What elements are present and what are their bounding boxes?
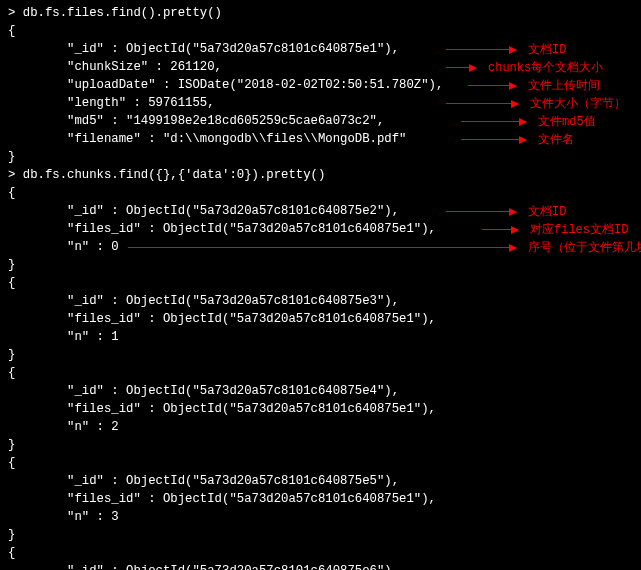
- brace-open: {: [8, 454, 633, 472]
- annot-doc-id: 文档ID: [528, 41, 566, 59]
- annot-upload: 文件上传时间: [528, 77, 600, 95]
- chunk-id: "_id" : ObjectId("5a73d20a57c8101c640875…: [8, 472, 633, 490]
- arrow-icon: [446, 103, 518, 104]
- arrow-icon: [446, 49, 516, 50]
- chunk-id: "_id" : ObjectId("5a73d20a57c8101c640875…: [8, 382, 633, 400]
- annot-n: 序号（位于文件第几块）: [528, 239, 641, 257]
- brace-close: }: [8, 436, 633, 454]
- annot-chunk-id: 文档ID: [528, 203, 566, 221]
- file-length-line: "length" : 59761155,文件大小（字节）: [8, 94, 633, 112]
- brace-close: }: [8, 256, 633, 274]
- annot-filesid: 对应files文档ID: [530, 221, 628, 239]
- brace-close: }: [8, 526, 633, 544]
- chunk-id: "_id" : ObjectId("5a73d20a57c8101c640875…: [8, 562, 633, 570]
- brace-open: {: [8, 274, 633, 292]
- arrow-icon: [128, 247, 516, 248]
- chunk0-id: "_id" : ObjectId("5a73d20a57c8101c640875…: [8, 202, 633, 220]
- brace-open: {: [8, 544, 633, 562]
- chunk-filesid: "files_id" : ObjectId("5a73d20a57c8101c6…: [8, 490, 633, 508]
- arrow-icon: [461, 139, 526, 140]
- brace-close: }: [8, 148, 633, 166]
- arrow-icon: [482, 229, 518, 230]
- file-id-line: "_id" : ObjectId("5a73d20a57c8101c640875…: [8, 40, 633, 58]
- annot-md5: 文件md5值: [538, 113, 596, 131]
- arrow-icon: [446, 67, 476, 68]
- arrow-icon: [468, 85, 516, 86]
- brace-open: {: [8, 22, 633, 40]
- chunk0-n: "n" : 0序号（位于文件第几块）: [8, 238, 633, 256]
- chunk-filesid: "files_id" : ObjectId("5a73d20a57c8101c6…: [8, 400, 633, 418]
- file-md5-line: "md5" : "1499198e2e18cd605259c5cae6a073c…: [8, 112, 633, 130]
- chunk-filesid: "files_id" : ObjectId("5a73d20a57c8101c6…: [8, 310, 633, 328]
- arrow-icon: [446, 211, 516, 212]
- file-filename-line: "filename" : "d:\\mongodb\\files\\MongoD…: [8, 130, 633, 148]
- chunk-n: "n" : 1: [8, 328, 633, 346]
- file-uploaddate-line: "uploadDate" : ISODate("2018-02-02T02:50…: [8, 76, 633, 94]
- chunk-n: "n" : 3: [8, 508, 633, 526]
- chunk-id: "_id" : ObjectId("5a73d20a57c8101c640875…: [8, 292, 633, 310]
- chunk-n: "n" : 2: [8, 418, 633, 436]
- arrow-icon: [461, 121, 526, 122]
- brace-open: {: [8, 184, 633, 202]
- annot-chunksize: chunks每个文档大小: [488, 59, 603, 77]
- brace-open: {: [8, 364, 633, 382]
- command-files-find[interactable]: > db.fs.files.find().pretty(): [8, 4, 633, 22]
- chunk0-filesid: "files_id" : ObjectId("5a73d20a57c8101c6…: [8, 220, 633, 238]
- annot-filename: 文件名: [538, 131, 574, 149]
- annot-length: 文件大小（字节）: [530, 95, 626, 113]
- file-chunksize-line: "chunkSize" : 261120,chunks每个文档大小: [8, 58, 633, 76]
- command-chunks-find[interactable]: > db.fs.chunks.find({},{'data':0}).prett…: [8, 166, 633, 184]
- brace-close: }: [8, 346, 633, 364]
